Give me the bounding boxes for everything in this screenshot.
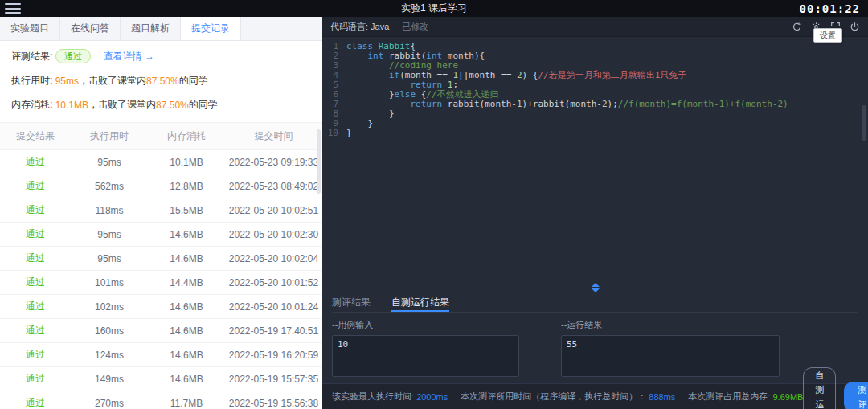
- testcase-input-label: --用例输入: [332, 319, 519, 331]
- left-panel: 实验题目在线问答题目解析提交记录 评测结果: 通过 查看详情 → 执行用时: 9…: [0, 17, 322, 409]
- page-title: 实验1 课后学习: [401, 2, 467, 15]
- bottom-tab[interactable]: 自测运行结果: [391, 293, 449, 312]
- runtime-value: 95ms: [55, 76, 79, 87]
- status-segment: 该实验最大执行时间:: [332, 391, 416, 403]
- column-header: 提交结果: [0, 123, 71, 150]
- submission-row[interactable]: 通过102ms14.6MB2022-05-20 10:01:24: [0, 295, 322, 319]
- status-segment: 2000ms: [416, 392, 448, 402]
- top-bar: 实验1 课后学习 00:01:22: [0, 0, 868, 17]
- editor-scrollbar[interactable]: [862, 105, 866, 141]
- submission-row[interactable]: 通过95ms14.6MB2022-05-20 10:02:04: [0, 247, 322, 271]
- run-output-label: --运行结果: [561, 319, 780, 331]
- left-tab-bar: 实验题目在线问答题目解析提交记录: [0, 17, 322, 41]
- result-summary: 评测结果: 通过 查看详情 → 执行用时: 95ms，击败了课堂内87.50%的…: [0, 41, 322, 112]
- code-line[interactable]: 9 }: [322, 119, 868, 129]
- status-bar: 该实验最大执行时间: 2000ms本次测评所用时间（程序编译，执行总时间）： 8…: [322, 383, 868, 409]
- io-row: --用例输入 10 --运行结果 55: [332, 319, 858, 377]
- status-segment: 9.69MB: [772, 392, 803, 402]
- status-text: 该实验最大执行时间: 2000ms本次测评所用时间（程序编译，执行总时间）： 8…: [332, 391, 803, 403]
- runtime-label: 执行用时:: [11, 74, 55, 88]
- submission-row[interactable]: 通过562ms12.8MB2022-05-23 08:49:02: [0, 174, 322, 198]
- submission-row[interactable]: 通过95ms14.6MB2022-05-20 10:02:30: [0, 223, 322, 247]
- testcase-input[interactable]: 10: [332, 335, 519, 377]
- line-number: 10: [322, 129, 346, 138]
- modified-label: 已修改: [402, 21, 428, 33]
- status-segment: 本次测评所用时间（程序编译，执行总时间）：: [461, 391, 649, 403]
- testcase-column: --用例输入 10: [332, 319, 519, 377]
- status-segment: 本次测评占用总内存:: [688, 391, 772, 403]
- submission-row[interactable]: 通过270ms11.7MB2022-05-19 15:56:38: [0, 391, 322, 409]
- refresh-icon[interactable]: [792, 22, 802, 32]
- editor-panel: 代码语言: Java 已修改 设置 1class Rabbit{2 int ra…: [322, 17, 868, 409]
- result-label: 评测结果:: [11, 50, 55, 63]
- runtime-percent: 87.50%: [146, 76, 179, 87]
- runtime-row: 执行用时: 95ms，击败了课堂内87.50%的同学: [11, 74, 311, 88]
- app-window: 实验1 课后学习 00:01:22 实验题目在线问答题目解析提交记录 评测结果:…: [0, 0, 868, 409]
- submission-row[interactable]: 通过160ms14.6MB2022-05-19 17:40:51: [0, 319, 322, 343]
- run-result-panel: 测评结果自测运行结果 --用例输入 10 --运行结果 55: [322, 293, 868, 383]
- memory-label: 内存消耗:: [11, 98, 55, 112]
- panel-resize-handle[interactable]: [322, 282, 868, 293]
- bottom-tab[interactable]: 测评结果: [332, 293, 371, 312]
- column-header: 内存消耗: [148, 123, 225, 150]
- submission-table: 提交结果执行用时内存消耗提交时间 通过95ms10.1MB2022-05-23 …: [0, 122, 322, 409]
- left-tab[interactable]: 实验题目: [0, 17, 60, 40]
- run-output-column: --运行结果 55: [561, 319, 780, 377]
- status-buttons: 自测运行 测评: [803, 367, 868, 409]
- code-line[interactable]: 7 return rabbit(month-1)+rabbit(month-2)…: [322, 100, 868, 109]
- status-badge: 通过: [55, 49, 91, 63]
- memory-suffix: 的同学: [189, 98, 218, 112]
- editor-toolbar: 代码语言: Java 已修改: [322, 17, 868, 37]
- code-line[interactable]: 10}: [322, 129, 868, 138]
- memory-value: 10.1MB: [55, 100, 88, 111]
- language-label: 代码语言: Java: [330, 21, 389, 33]
- submission-row[interactable]: 通过149ms14.6MB2022-05-19 15:57:35: [0, 367, 322, 391]
- self-test-run-button[interactable]: 自测运行: [803, 367, 836, 409]
- column-header: 执行用时: [71, 123, 148, 150]
- code-line[interactable]: 8 }: [322, 109, 868, 119]
- status-segment: 888ms: [649, 392, 675, 402]
- power-icon[interactable]: [850, 22, 860, 32]
- code-editor[interactable]: 1class Rabbit{2 int rabbit(int month){3 …: [322, 37, 868, 282]
- collapse-arrows-icon[interactable]: [592, 283, 600, 292]
- run-output[interactable]: 55: [561, 335, 780, 377]
- evaluate-button[interactable]: 测评: [844, 382, 868, 409]
- column-header: 提交时间: [225, 123, 322, 150]
- runtime-mid: ，击败了课堂内: [79, 74, 146, 88]
- submission-row[interactable]: 通过124ms14.6MB2022-05-19 16:20:59: [0, 343, 322, 367]
- submission-row[interactable]: 通过118ms15.5MB2022-05-20 10:02:51: [0, 198, 322, 223]
- result-row: 评测结果: 通过 查看详情 →: [11, 49, 311, 63]
- bottom-tab-bar: 测评结果自测运行结果: [332, 293, 858, 313]
- submission-row[interactable]: 通过95ms10.1MB2022-05-23 09:19:33: [0, 150, 322, 174]
- timer: 00:01:22: [800, 2, 860, 15]
- memory-row: 内存消耗: 10.1MB，击败了课堂内87.50%的同学: [11, 98, 311, 112]
- runtime-suffix: 的同学: [179, 74, 208, 88]
- icon-tooltip: 设置: [813, 28, 842, 43]
- left-tab[interactable]: 题目解析: [121, 17, 181, 40]
- left-tab[interactable]: 在线问答: [60, 17, 121, 40]
- submission-row[interactable]: 通过101ms14.4MB2022-05-20 10:01:52: [0, 271, 322, 295]
- left-tab[interactable]: 提交记录: [181, 17, 241, 40]
- table-header-row: 提交结果执行用时内存消耗提交时间: [0, 123, 322, 150]
- memory-percent: 87.50%: [156, 100, 189, 111]
- menu-icon[interactable]: [5, 3, 21, 14]
- view-detail-link[interactable]: 查看详情 →: [104, 50, 154, 63]
- memory-mid: ，击败了课堂内: [88, 98, 156, 112]
- left-scrollbar[interactable]: [317, 129, 321, 194]
